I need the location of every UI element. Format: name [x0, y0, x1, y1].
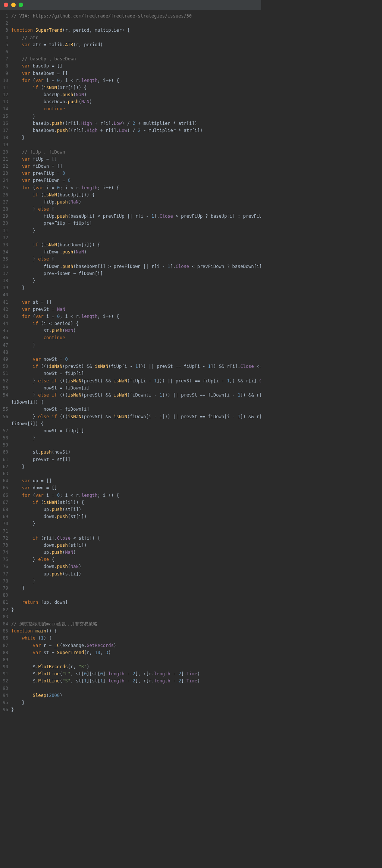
code-content[interactable]: // VIA: https://github.com/freqtrade/fre…: [11, 13, 261, 713]
line-number: 40: [0, 291, 8, 299]
code-line: var nowSt = 0: [11, 356, 257, 363]
line-number: [0, 399, 8, 406]
code-line: }: [11, 606, 257, 613]
code-line: [11, 141, 257, 148]
line-number: 87: [0, 642, 8, 649]
code-line: [11, 592, 257, 599]
line-number: 16: [0, 120, 8, 127]
code-line: } else if (((isNaN(prevSt) && isNaN(fiUp…: [11, 378, 257, 385]
code-line: continue: [11, 334, 257, 341]
code-line: // 测试指标用的main函数，并非交易策略: [11, 621, 257, 628]
line-number: 81: [0, 599, 8, 606]
line-number: 66: [0, 492, 8, 499]
code-line: var baseUp = []: [11, 63, 257, 70]
line-number: 20: [0, 149, 8, 156]
code-line: nowSt = fiUp[i]: [11, 427, 257, 435]
line-number: 62: [0, 463, 8, 470]
line-number: 37: [0, 270, 8, 277]
line-number: 22: [0, 163, 8, 170]
code-line: }: [11, 277, 257, 284]
line-number: 68: [0, 506, 8, 513]
code-line: }: [11, 227, 257, 234]
code-line: if (i < period) {: [11, 320, 257, 327]
code-line: var prevSt = NaN: [11, 306, 257, 313]
code-line: var baseDown = []: [11, 70, 257, 77]
code-line: function main() {: [11, 628, 257, 635]
line-number: 38: [0, 277, 8, 284]
code-line: for (var i = 0; i < r.length; i++) {: [11, 77, 257, 84]
editor-area[interactable]: 1234567891011121314151617181920212223242…: [0, 10, 261, 716]
line-number: 1: [0, 13, 8, 20]
code-line: }: [11, 699, 257, 706]
code-line: }: [11, 113, 257, 120]
line-number: 88: [0, 649, 8, 656]
line-number: 73: [0, 542, 8, 549]
line-number: 55: [0, 406, 8, 413]
line-number: 74: [0, 549, 8, 556]
line-number: 47: [0, 342, 8, 349]
line-number: 2: [0, 20, 8, 27]
line-number: 63: [0, 470, 8, 477]
line-number: 78: [0, 578, 8, 585]
line-number: 76: [0, 563, 8, 570]
line-number: 36: [0, 263, 8, 270]
code-line: }: [11, 284, 257, 291]
code-line: var fiDown = []: [11, 163, 257, 170]
line-number: 82: [0, 606, 8, 613]
line-number: [0, 420, 8, 427]
line-number: 12: [0, 91, 8, 98]
zoom-icon[interactable]: [19, 3, 23, 7]
line-number: 91: [0, 670, 8, 678]
code-line: prevSt = st[i]: [11, 456, 257, 463]
line-number: 59: [0, 442, 8, 449]
code-line: } else if (((isNaN(prevSt) && isNaN(fiDo…: [11, 413, 257, 420]
line-number: 85: [0, 628, 8, 635]
close-icon[interactable]: [4, 3, 8, 7]
code-line: $.PlotLine("S", st[1][st[1].length - 2],…: [11, 678, 257, 685]
line-number: 89: [0, 656, 8, 663]
line-number: 57: [0, 427, 8, 435]
line-number: 50: [0, 363, 8, 370]
code-line: st.push(nowSt): [11, 449, 257, 456]
code-line: [11, 613, 257, 621]
code-line: up.push(st[i]): [11, 506, 257, 513]
line-number: 31: [0, 227, 8, 234]
line-number: 69: [0, 513, 8, 520]
code-line: for (var i = 0; i < r.length; i++) {: [11, 313, 257, 320]
code-line: // VIA: https://github.com/freqtrade/fre…: [11, 13, 257, 20]
code-line: if (isNaN(baseUp[i])) {: [11, 192, 257, 199]
line-number: 67: [0, 499, 8, 506]
code-line: down.push(st[i]): [11, 542, 257, 549]
code-line: for (var i = 0; i < r.length; i++) {: [11, 492, 257, 499]
line-number: 13: [0, 98, 8, 105]
code-line: fiUp.push(baseUp[i] < prevFiUp || r[i - …: [11, 213, 257, 220]
code-line: [11, 349, 257, 356]
code-line: var up = []: [11, 477, 257, 484]
code-line: function SuperTrend(r, period, multiplie…: [11, 27, 257, 34]
code-line: [11, 470, 257, 477]
line-number: 14: [0, 105, 8, 113]
code-line: [11, 234, 257, 242]
code-line: var r = _C(exchange.GetRecords): [11, 642, 257, 649]
code-line: var down = []: [11, 484, 257, 492]
code-line: [11, 685, 257, 692]
line-number: 11: [0, 84, 8, 91]
code-line: baseUp.push((r[i].High + r[i].Low) / 2 +…: [11, 120, 257, 127]
code-line: [11, 20, 257, 27]
line-number: 35: [0, 256, 8, 263]
line-number: 70: [0, 520, 8, 527]
code-line: var prevFiDown = 0: [11, 177, 257, 184]
code-line: down.push(NaN): [11, 563, 257, 570]
line-number: 94: [0, 692, 8, 699]
minimize-icon[interactable]: [11, 3, 16, 7]
code-line: }: [11, 578, 257, 585]
line-number: 52: [0, 378, 8, 385]
line-number: 64: [0, 477, 8, 484]
line-number: 21: [0, 156, 8, 163]
line-number: 77: [0, 571, 8, 578]
line-number: 42: [0, 306, 8, 313]
code-line: up.push(NaN): [11, 549, 257, 556]
code-line: }: [11, 435, 257, 442]
code-line: }: [11, 585, 257, 592]
line-number: 23: [0, 170, 8, 177]
